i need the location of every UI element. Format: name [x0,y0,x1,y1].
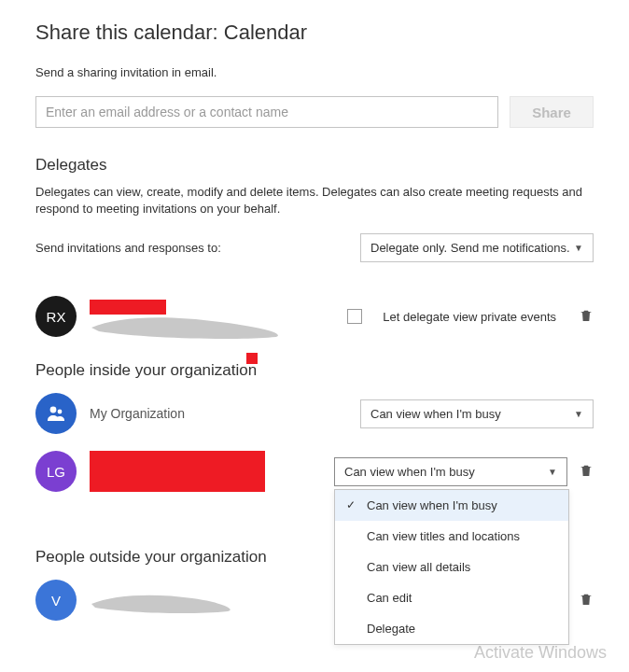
permission-option[interactable]: Can view when I'm busy [335,490,568,521]
scribble-icon [90,591,239,615]
group-icon [35,393,77,434]
send-to-label: Send invitations and responses to: [35,241,221,255]
send-to-select[interactable]: Delegate only. Send me notifications. ▼ [360,233,594,262]
watermark: Activate Windows [474,643,607,663]
invite-email-input[interactable] [35,96,498,128]
chevron-down-icon: ▼ [574,409,583,419]
avatar: LG [35,451,77,492]
permission-option[interactable]: Can view all details [335,552,568,582]
person-permission-select[interactable]: Can view when I'm busy ▼ [334,457,567,486]
invite-intro: Send a sharing invitation in email. [35,65,594,79]
inside-person-row: LG Can view when I'm busy ▼ Can view whe… [35,451,594,492]
avatar: V [35,580,77,621]
org-permission-value: Can view when I'm busy [370,407,501,421]
permission-option[interactable]: Can edit [335,582,568,613]
scribble-icon [90,313,295,341]
inside-heading: People inside your organization [35,361,594,380]
delete-icon[interactable] [579,463,594,481]
permission-option[interactable]: Delegate [335,613,568,644]
share-button[interactable]: Share [510,96,594,128]
delegates-description: Delegates can view, create, modify and d… [35,184,594,217]
page-title: Share this calendar: Calendar [35,21,594,45]
chevron-down-icon: ▼ [574,243,583,253]
send-to-value: Delegate only. Send me notifications. [370,241,570,255]
person-name-redacted [90,451,323,492]
org-label: My Organization [90,406,185,421]
svg-point-0 [50,407,57,413]
svg-point-1 [58,410,63,414]
private-events-label: Let delegate view private events [383,310,556,324]
delegate-row: RX Let delegate view private events [35,296,594,337]
delete-icon[interactable] [579,308,594,326]
permission-dropdown: Can view when I'm busy Can view titles a… [334,489,569,645]
chevron-down-icon: ▼ [548,467,557,477]
delete-icon[interactable] [579,592,594,609]
delegates-heading: Delegates [35,156,594,175]
org-permission-select[interactable]: Can view when I'm busy ▼ [360,399,594,428]
person-permission-value: Can view when I'm busy [344,465,475,479]
private-events-checkbox[interactable] [347,309,362,324]
delegate-name-redacted [90,296,323,337]
org-row: My Organization Can view when I'm busy ▼ [35,393,594,434]
permission-option[interactable]: Can view titles and locations [335,521,568,552]
person-name-redacted [90,580,323,621]
avatar: RX [35,296,77,337]
